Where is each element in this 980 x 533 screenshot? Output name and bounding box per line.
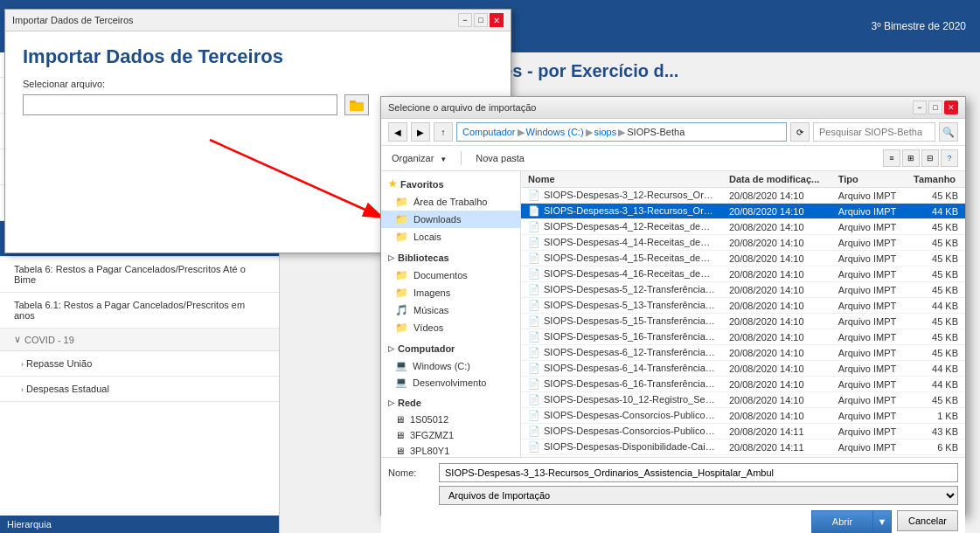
table-row[interactable]: 📄SIOPS-Despesas-6_12-Transferência_SUS..… (521, 345, 965, 361)
hierarquia-btn[interactable]: Hierarquia (0, 516, 279, 533)
organize-btn[interactable]: Organizar ▼ (388, 151, 450, 165)
address-path[interactable]: Computador ▶ Windows (C:) ▶ siops ▶ SIOP… (456, 122, 787, 142)
table-row[interactable]: 📄SIOPS-Despesas-Consorcios-Publicos-AS..… (521, 424, 965, 440)
up-btn[interactable]: ↑ (434, 122, 453, 142)
path-drive[interactable]: Windows (C:) (526, 127, 584, 137)
sidebar-despesas[interactable]: › Despesas Estadual (0, 377, 279, 402)
path-sep-3: ▶ (618, 127, 625, 138)
file-dialog-maximize[interactable]: □ (928, 100, 942, 114)
table-row[interactable]: 📄SIOPS-Despesas-4_14-Receitas_de_Impos..… (521, 235, 965, 251)
file-name-cell: 📄SIOPS-Despesas-6_14-Transferência_SUS..… (521, 361, 722, 377)
new-folder-btn[interactable]: Nova pasta (472, 151, 528, 165)
file-icon: 📄 (528, 284, 540, 294)
network-header[interactable]: ▷ Rede (381, 394, 520, 412)
col-size[interactable]: Tamanho (907, 171, 965, 188)
file-size-cell: 44 KB (907, 298, 965, 314)
file-date-cell: 20/08/2020 14:11 (722, 440, 831, 455)
import-dialog-minimize[interactable]: − (458, 13, 472, 27)
help-btn[interactable]: ? (941, 149, 958, 167)
left-item-desenvolvimento[interactable]: 💻 Desenvolvimento (381, 374, 520, 391)
left-item-documentos[interactable]: 📁 Documentos (381, 266, 520, 284)
open-btn[interactable]: Abrir (812, 511, 873, 532)
left-item-locais[interactable]: 📁 Locais (381, 228, 520, 246)
file-name-cell: 📄SIOPS-Despesas-4_16-Receitas_de_Impos..… (521, 266, 722, 282)
table-row[interactable]: 📄SIOPS-Despesas-5_16-Transferência_SUS..… (521, 329, 965, 345)
favorites-header[interactable]: ★ Favoritos (381, 175, 520, 193)
table-row[interactable]: 📄SIOPS-Despesas-5_12-Transferência_SUS..… (521, 282, 965, 298)
file-icon: 📄 (528, 315, 540, 326)
file-type-cell: Arquivo IMPT (831, 424, 907, 440)
filetype-select[interactable]: Arquivos de Importação (439, 486, 958, 505)
file-date-cell: 20/08/2020 14:10 (722, 408, 831, 424)
import-dialog-titlebar: Importar Dados de Terceiros − □ ✕ (5, 10, 511, 31)
file-icon: 📄 (528, 205, 540, 216)
import-dialog-file-input[interactable] (23, 94, 337, 115)
view-details-btn[interactable]: ⊞ (902, 149, 920, 167)
sidebar-item-6-1[interactable]: Tabela 6.1: Restos a Pagar Cancelados/Pr… (0, 293, 279, 329)
table-row[interactable]: 📄SIOPS-Despesas-3_12-Recursos_Ordinario.… (521, 188, 965, 204)
file-date-cell: 20/08/2020 14:10 (722, 235, 831, 251)
col-type[interactable]: Tipo (831, 171, 907, 188)
table-row[interactable]: 📄SIOPS-Despesas-6_14-Transferência_SUS..… (521, 361, 965, 377)
drive-icon-windows: 💻 (395, 360, 407, 371)
left-item-imagens[interactable]: 📁 Imagens (381, 284, 520, 301)
left-item-desktop[interactable]: 📁 Área de Trabalho (381, 193, 520, 211)
file-name-cell: 📄SIOPS-Despesas-5_15-Transferência_SUS..… (521, 314, 722, 329)
table-row[interactable]: 📄SIOPS-Despesas-4_15-Receitas_de_Impos..… (521, 251, 965, 266)
file-size-cell: 44 KB (907, 204, 965, 219)
table-row[interactable]: 📄SIOPS-Despesas-4_12-Receitas_de_Impos..… (521, 219, 965, 235)
file-dialog-minimize[interactable]: − (913, 100, 927, 114)
left-item-net-1[interactable]: 🖥 1S05012 (381, 412, 520, 427)
file-size-cell: 45 KB (907, 251, 965, 266)
path-siops[interactable]: siops (594, 127, 617, 137)
table-row[interactable]: 📄SIOPS-Despesas-10_12-Registro_Sem_Re...… (521, 392, 965, 408)
back-btn[interactable]: ◀ (388, 122, 407, 142)
videos-label: Vídeos (414, 322, 443, 333)
windows-drive-label: Windows (C:) (413, 361, 470, 371)
computer-header[interactable]: ▷ Computador (381, 340, 520, 357)
file-type-cell: Arquivo IMPT (831, 188, 907, 204)
col-name[interactable]: Nome (521, 171, 722, 188)
file-dialog-close-btn[interactable]: ✕ (944, 100, 958, 114)
left-item-net-2[interactable]: 🖥 3FGZMZ1 (381, 427, 520, 443)
file-type-cell: Arquivo IMPT (831, 345, 907, 361)
left-item-net-3[interactable]: 🖥 3PL80Y1 (381, 443, 520, 457)
file-size-cell: 44 KB (907, 361, 965, 377)
left-item-windows-drive[interactable]: 💻 Windows (C:) (381, 357, 520, 374)
table-row[interactable]: 📄SIOPS-Despesas-4_16-Receitas_de_Impos..… (521, 266, 965, 282)
import-dialog-close-btn[interactable]: ✕ (490, 13, 504, 27)
table-row[interactable]: 📄SIOPS-Despesas-Disponibilidade-Caixa.I.… (521, 440, 965, 455)
import-dialog-browse-btn[interactable] (344, 94, 369, 115)
left-item-musicas[interactable]: 🎵 Músicas (381, 301, 520, 319)
cancel-btn[interactable]: Cancelar (897, 510, 958, 531)
open-dropdown-btn[interactable]: ▼ (873, 511, 891, 532)
search-btn[interactable]: 🔍 (939, 122, 958, 142)
path-computer[interactable]: Computador (462, 127, 516, 137)
table-row[interactable]: 📄SIOPS-Despesas-Consorcios-Publicos.IM..… (521, 408, 965, 424)
filename-input[interactable] (439, 463, 958, 482)
refresh-btn[interactable]: ⟳ (790, 122, 810, 142)
search-input[interactable] (813, 122, 935, 142)
file-name-cell: 📄SIOPS-Despesas-3_13-Recursos_Ordinario.… (521, 204, 722, 219)
sidebar-repasse[interactable]: › Repasse União (0, 351, 279, 377)
table-row[interactable]: 📄SIOPS-Despesas-5_15-Transferência_SUS..… (521, 314, 965, 329)
left-item-downloads[interactable]: 📁 Downloads (381, 211, 520, 228)
import-dialog-maximize[interactable]: □ (474, 13, 488, 27)
file-type-cell: Arquivo IMPT (831, 266, 907, 282)
table-row[interactable]: 📄SIOPS-Despesas-5_13-Transferência_SUS..… (521, 298, 965, 314)
col-date[interactable]: Data de modificaç... (722, 171, 831, 188)
view-list-btn[interactable]: ≡ (883, 149, 900, 167)
file-toolbar: Organizar ▼ Nova pasta ≡ ⊞ ⊟ ? (381, 146, 965, 171)
libraries-header[interactable]: ▷ Bibliotecas (381, 249, 520, 266)
file-type-cell: Arquivo IMPT (831, 219, 907, 235)
computer-label: Computador (398, 343, 455, 354)
sidebar-item-6[interactable]: Tabela 6: Restos a Pagar Cancelados/Pres… (0, 257, 279, 293)
file-size-cell: 45 KB (907, 282, 965, 298)
forward-btn[interactable]: ▶ (411, 122, 430, 142)
table-row[interactable]: 📄SIOPS-Despesas-3_13-Recursos_Ordinario.… (521, 204, 965, 219)
file-icon: 📄 (528, 394, 540, 405)
expand-icon-2: › (21, 385, 24, 394)
table-row[interactable]: 📄SIOPS-Despesas-6_16-Transferência_SUS..… (521, 377, 965, 392)
view-icons-btn[interactable]: ⊟ (921, 149, 939, 167)
left-item-videos[interactable]: 📁 Vídeos (381, 319, 520, 336)
